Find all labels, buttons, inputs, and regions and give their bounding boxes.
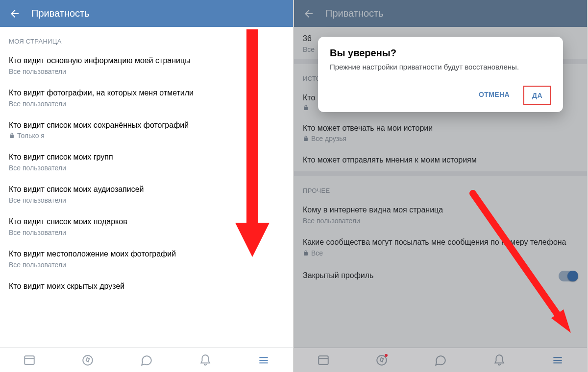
privacy-item[interactable]: Кто видит местоположение моих фотографий… — [0, 242, 293, 275]
nav-menu[interactable] — [234, 348, 293, 372]
section-label: МОЯ СТРАНИЦА — [0, 27, 293, 49]
item-sub: Все пользователи — [9, 196, 284, 204]
item-title: Кто видит основную информацию моей стран… — [9, 56, 284, 66]
nav-news[interactable] — [0, 348, 59, 372]
item-title: Кто видит местоположение моих фотографий — [9, 249, 284, 259]
nav-notifications[interactable] — [176, 348, 235, 372]
privacy-item[interactable]: Кто видит список моих сохранённых фотогр… — [0, 114, 293, 146]
svg-point-2 — [83, 355, 93, 365]
phone-left: Приватность МОЯ СТРАНИЦА Кто видит основ… — [0, 0, 294, 372]
privacy-item[interactable]: Кто видит список моих групп Все пользова… — [0, 145, 293, 178]
modal-overlay[interactable]: Вы уверены? Прежние настройки приватност… — [294, 0, 587, 372]
privacy-item[interactable]: Кто видит моих скрытых друзей — [0, 275, 293, 299]
item-sub: Все пользователи — [9, 229, 284, 236]
item-sub: Все пользователи — [9, 100, 284, 108]
item-sub: Все пользователи — [9, 164, 284, 172]
svg-rect-0 — [24, 356, 34, 364]
dialog-title: Вы уверены? — [330, 47, 551, 59]
privacy-item[interactable]: Кто видит основную информацию моей стран… — [0, 49, 293, 81]
item-title: Кто видит фотографии, на которых меня от… — [9, 88, 284, 98]
menu-icon — [257, 354, 270, 367]
bottom-nav — [0, 348, 293, 372]
ok-button[interactable]: ДА — [523, 86, 551, 105]
settings-list[interactable]: МОЯ СТРАНИЦА Кто видит основную информац… — [0, 27, 293, 348]
news-icon — [23, 354, 36, 367]
confirm-dialog: Вы уверены? Прежние настройки приватност… — [318, 37, 563, 112]
nav-messages[interactable] — [117, 348, 176, 372]
privacy-item[interactable]: Кто видит фотографии, на которых меня от… — [0, 81, 293, 114]
item-sub: Все пользователи — [9, 68, 284, 75]
back-button[interactable] — [6, 5, 24, 23]
privacy-item[interactable]: Кто видит список моих аудиозаписей Все п… — [0, 178, 293, 210]
item-title: Кто видит моих скрытых друзей — [9, 281, 284, 292]
phone-right: Приватность 36 Все ИСТО Кто Кто может от… — [294, 0, 588, 372]
dialog-actions: ОТМЕНА ДА — [330, 86, 551, 105]
item-title: Кто видит список моих сохранённых фотогр… — [9, 120, 284, 131]
page-title: Приватность — [31, 8, 90, 19]
item-sub: Только я — [9, 132, 284, 140]
header: Приватность — [0, 0, 293, 27]
discover-icon — [81, 354, 94, 367]
item-sub: Все пользователи — [9, 261, 284, 269]
cancel-button[interactable]: ОТМЕНА — [471, 86, 517, 105]
item-title: Кто видит список моих подарков — [9, 217, 284, 227]
nav-discover[interactable] — [59, 348, 118, 372]
messages-icon — [140, 354, 153, 367]
arrow-left-icon — [9, 8, 21, 20]
bell-icon — [199, 354, 212, 367]
dialog-message: Прежние настройки приватности будут восс… — [330, 63, 551, 71]
item-title: Кто видит список моих аудиозаписей — [9, 185, 284, 195]
item-title: Кто видит список моих групп — [9, 152, 284, 163]
privacy-item[interactable]: Кто видит список моих подарков Все польз… — [0, 210, 293, 242]
lock-icon — [9, 133, 15, 139]
